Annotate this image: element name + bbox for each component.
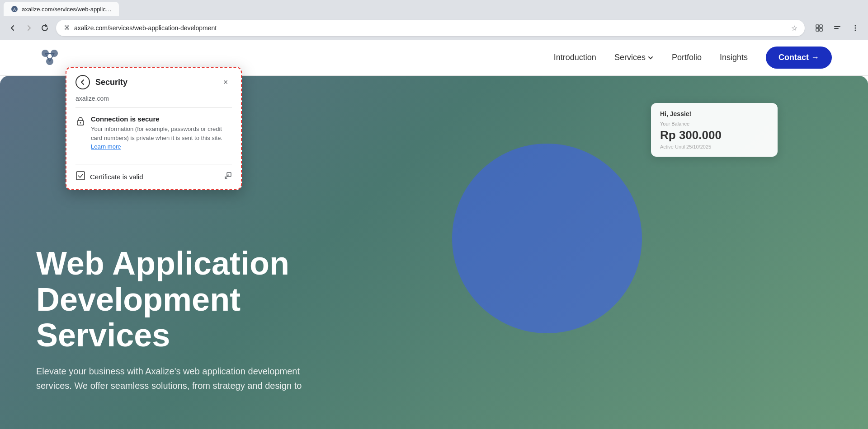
chevron-down-icon [647,55,654,61]
services-label: Services [614,53,646,62]
svg-rect-4 [67,25,69,27]
hero-title: Web Application Development Services [36,246,307,353]
nav-buttons [5,21,52,35]
svg-rect-9 [816,28,819,31]
svg-rect-7 [816,25,819,28]
nav-introduction[interactable]: Introduction [554,53,596,62]
contact-button[interactable]: Contact → [766,47,832,69]
popup-body: Connection is secure Your information (f… [66,108,241,164]
external-link-icon[interactable] [224,172,232,182]
site-info-icon[interactable] [63,24,71,33]
popup-domain-line: axalize.com [66,95,241,107]
back-arrow-icon [80,79,86,85]
hero-subtitle: Elevate your business with Axalize's web… [36,364,307,393]
toolbar-actions [812,21,863,35]
browser-toolbar: axalize.com/services/web-application-dev… [0,16,868,40]
svg-rect-3 [65,25,66,27]
svg-point-23 [80,122,81,124]
hero-circle [452,144,642,333]
back-button[interactable] [5,21,20,35]
popup-close-button[interactable]: × [219,76,232,89]
browser-chrome: A axalize.com/services/web-applic… axali… [0,0,868,40]
tab-title: axalize.com/services/web-applic… [22,6,112,13]
popup-footer: Certificate is valid [66,164,241,189]
hero-title-line3: Services [36,317,170,353]
nav-insights[interactable]: Insights [720,53,748,62]
nav-services[interactable]: Services [614,53,654,62]
menu-button[interactable] [848,21,863,35]
browser-tab[interactable]: A axalize.com/services/web-applic… [4,2,119,16]
connection-desc: Your information (for example, passwords… [91,125,232,151]
svg-point-15 [855,30,856,31]
connection-item: Connection is secure Your information (f… [75,115,232,151]
popup-title-text: Security [95,78,127,87]
svg-rect-12 [834,28,839,29]
bookmark-icon[interactable]: ☆ [791,24,797,33]
hero-content: Web Application Development Services Ele… [36,246,307,393]
certificate-icon [75,171,85,183]
floating-balance-card: Hi, Jessie! Your Balance Rp 300.000 Acti… [651,103,778,157]
certificate-item: Certificate is valid [75,171,143,183]
svg-point-14 [855,28,856,29]
svg-rect-8 [820,25,822,28]
svg-rect-5 [65,28,66,30]
nav-portfolio[interactable]: Portfolio [672,53,702,62]
tab-favicon: A [11,5,18,13]
reload-button[interactable] [38,21,52,35]
svg-text:A: A [13,7,16,12]
popup-back-button[interactable] [75,75,90,89]
nav-links: Introduction Services Portfolio Insights… [554,47,832,69]
profile-button[interactable] [830,21,844,35]
learn-more-link[interactable]: Learn more [91,143,121,150]
url-text: axalize.com/services/web-application-dev… [74,24,788,32]
svg-rect-10 [820,28,822,31]
popup-title-area: Security [75,75,127,89]
logo[interactable] [36,44,63,71]
card-date: Active Until 25/10/2025 [660,144,769,149]
forward-button[interactable] [22,21,36,35]
address-bar[interactable]: axalize.com/services/web-application-dev… [56,20,805,36]
hero-title-line1: Web Application [36,245,289,281]
connection-title: Connection is secure [91,115,232,123]
card-greeting: Hi, Jessie! [660,110,769,117]
certificate-label: Certificate is valid [90,173,143,181]
svg-rect-6 [67,28,69,30]
website: Introduction Services Portfolio Insights… [0,40,868,429]
svg-point-13 [855,25,856,27]
svg-rect-24 [76,172,85,180]
extensions-button[interactable] [812,21,826,35]
logo-icon [36,44,63,71]
security-popup: Security × axalize.com Connection is sec… [66,67,242,190]
card-balance-label: Your Balance [660,121,769,126]
connection-info: Connection is secure Your information (f… [91,115,232,151]
lock-icon [75,116,85,129]
popup-header: Security × [66,68,241,95]
hero-title-line2: Development [36,281,241,317]
svg-rect-11 [834,26,840,27]
card-balance-amount: Rp 300.000 [660,128,769,142]
tab-bar: A axalize.com/services/web-applic… [0,0,868,16]
